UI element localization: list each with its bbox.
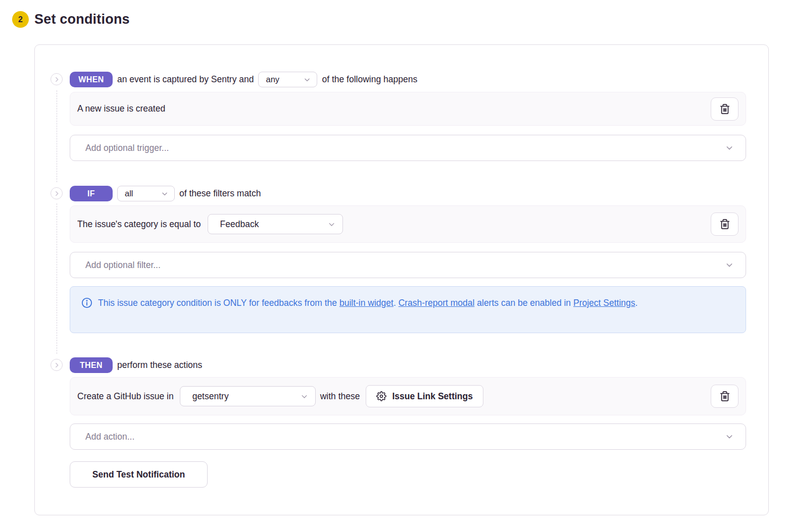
- issue-link-settings-label: Issue Link Settings: [392, 391, 472, 402]
- section-connector-line: [57, 90, 57, 182]
- when-match-select[interactable]: any: [258, 72, 317, 87]
- add-action-placeholder: Add action...: [85, 432, 134, 442]
- if-label-row: IF all of these filters match: [70, 186, 745, 201]
- action-text-after: with these: [320, 391, 360, 402]
- section-connector-line: [57, 203, 57, 354]
- then-text-after: perform these actions: [117, 360, 202, 370]
- when-label-row: WHEN an event is captured by Sentry and …: [70, 72, 745, 87]
- gear-icon: [376, 391, 386, 401]
- if-badge: IF: [70, 186, 113, 201]
- when-match-value: any: [266, 75, 279, 84]
- info-alert: This issue category condition is ONLY fo…: [70, 286, 746, 333]
- filter-value-select[interactable]: Feedback: [208, 214, 343, 234]
- trash-icon: [719, 219, 730, 230]
- chevron-down-icon: [328, 221, 335, 228]
- step-header: 2 Set conditions: [12, 11, 130, 28]
- chevron-down-icon: [725, 144, 733, 152]
- add-action-select[interactable]: Add action...: [70, 423, 746, 450]
- chevron-down-icon: [725, 433, 733, 441]
- trigger-row: A new issue is created: [70, 92, 746, 126]
- action-row: Create a GitHub issue in getsentry with …: [70, 377, 746, 415]
- when-text-before: an event is captured by Sentry and: [117, 74, 254, 85]
- delete-action-button[interactable]: [711, 385, 738, 408]
- step-number-badge: 2: [12, 11, 29, 28]
- add-trigger-placeholder: Add optional trigger...: [85, 143, 169, 153]
- project-settings-link[interactable]: Project Settings: [573, 298, 635, 308]
- if-match-select[interactable]: all: [117, 186, 175, 201]
- trash-icon: [719, 391, 730, 402]
- notice-segment: alerts can be enabled in: [474, 298, 573, 308]
- chevron-down-icon: [725, 261, 733, 269]
- chevron-right-circle-icon: [51, 359, 63, 371]
- if-text-after: of these filters match: [179, 188, 261, 199]
- when-text-after: of the following happens: [322, 74, 417, 85]
- if-match-value: all: [125, 189, 133, 198]
- filter-value: Feedback: [220, 219, 259, 230]
- trigger-label: A new issue is created: [77, 103, 165, 114]
- chevron-down-icon: [301, 393, 308, 400]
- when-badge: WHEN: [70, 72, 113, 87]
- page-title: Set conditions: [34, 12, 130, 27]
- action-repo-select[interactable]: getsentry: [180, 386, 316, 406]
- action-repo-value: getsentry: [192, 391, 229, 402]
- chevron-right-circle-icon: [51, 187, 63, 199]
- info-icon: [81, 297, 92, 308]
- chevron-down-icon: [161, 190, 168, 197]
- chevron-down-icon: [304, 76, 311, 83]
- send-test-notification-button[interactable]: Send Test Notification: [70, 461, 208, 488]
- crash-report-modal-link[interactable]: Crash-report modal: [399, 298, 475, 308]
- built-in-widget-link[interactable]: built-in widget: [339, 298, 393, 308]
- filter-row: The issue's category is equal to Feedbac…: [70, 205, 746, 243]
- action-label: Create a GitHub issue in: [77, 391, 174, 402]
- trash-icon: [719, 103, 730, 115]
- add-trigger-select[interactable]: Add optional trigger...: [70, 135, 746, 161]
- then-label-row: THEN perform these actions: [70, 357, 745, 373]
- conditions-card: WHEN an event is captured by Sentry and …: [34, 44, 769, 515]
- page: 2 Set conditions WHEN an event is captur…: [0, 0, 788, 532]
- add-filter-placeholder: Add optional filter...: [85, 260, 161, 271]
- add-filter-select[interactable]: Add optional filter...: [70, 252, 746, 278]
- notice-segment: .: [393, 298, 399, 308]
- filter-label: The issue's category is equal to: [77, 219, 201, 230]
- issue-link-settings-button[interactable]: Issue Link Settings: [366, 385, 483, 407]
- chevron-right-circle-icon: [51, 73, 63, 85]
- then-badge: THEN: [70, 357, 113, 373]
- delete-filter-button[interactable]: [711, 212, 738, 236]
- notice-segment: .: [635, 298, 638, 308]
- notice-segment: This issue category condition is ONLY fo…: [98, 298, 339, 308]
- info-alert-text: This issue category condition is ONLY fo…: [98, 295, 637, 310]
- delete-trigger-button[interactable]: [711, 97, 738, 121]
